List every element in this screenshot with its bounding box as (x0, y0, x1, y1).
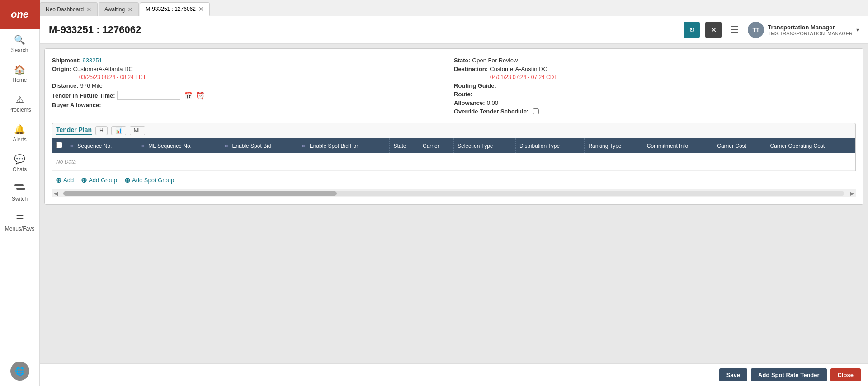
tab-neo-dashboard[interactable]: Neo Dashboard ✕ (40, 2, 98, 16)
tab-close-neo-dashboard[interactable]: ✕ (86, 6, 92, 13)
shipment-row: Shipment: 933251 (52, 56, 454, 65)
tab-label-awaiting: Awaiting (104, 6, 125, 13)
th-seq-no: ✏ Sequence No. (66, 138, 137, 153)
th-commitment-info: Commitment Info (643, 138, 713, 153)
page-title: M-933251 : 1276062 (49, 24, 678, 36)
sidebar-label-search: Search (11, 47, 28, 53)
scroll-right-arrow[interactable]: ▶ (850, 190, 854, 197)
edit-icon-ml: ✏ (141, 143, 145, 149)
calendar-icon[interactable]: 📅 (184, 91, 193, 100)
shipment-info: Shipment: 933251 Origin: CustomerA-Atlan… (52, 56, 856, 116)
tender-plan-title: Tender Plan (56, 126, 92, 135)
close-header-button[interactable]: ✕ (705, 22, 722, 38)
tab-label-neo-dashboard: Neo Dashboard (46, 6, 84, 13)
add-group-link[interactable]: ⊕ Add Group (81, 176, 117, 184)
table-body: No Data (52, 153, 855, 171)
allowance-label: Allowance: (454, 99, 485, 106)
user-dropdown-arrow[interactable]: ▾ (856, 27, 859, 33)
content-area: Shipment: 933251 Origin: CustomerA-Atlan… (40, 44, 868, 363)
tab-shipment[interactable]: M-933251 : 1276062 ✕ (140, 2, 210, 16)
edit-icon-esbf: ✏ (302, 143, 306, 149)
shipment-value[interactable]: 933251 (83, 57, 102, 64)
sidebar: one 🔍 Search 🏠 Home ⚠ Problems 🔔 Alerts … (0, 0, 40, 386)
sidebar-item-problems[interactable]: ⚠ Problems (0, 89, 39, 118)
tab-close-awaiting[interactable]: ✕ (127, 6, 133, 13)
th-distribution-type: Distribution Type (516, 138, 585, 153)
sidebar-item-menus[interactable]: ☰ Menus/Favs (0, 207, 39, 237)
origin-row: Origin: CustomerA-Atlanta DC (52, 65, 454, 73)
logo[interactable]: one (0, 0, 40, 29)
destination-row: Destination: CustomerA-Austin DC (454, 65, 856, 73)
add-spot-rate-button[interactable]: Add Spot Rate Tender (751, 368, 827, 381)
bell-icon: 🔔 (14, 124, 25, 135)
svg-rect-0 (14, 184, 24, 186)
avatar-globe-icon: 🌐 (15, 366, 25, 376)
sidebar-item-search[interactable]: 🔍 Search (0, 29, 39, 59)
tender-tab-chart[interactable]: 📊 (111, 126, 126, 135)
sidebar-item-alerts[interactable]: 🔔 Alerts (0, 118, 39, 148)
tender-future-input[interactable] (117, 91, 180, 100)
sidebar-item-switch[interactable]: Switch (0, 178, 39, 207)
buyer-allowance-label: Buyer Allowance: (52, 102, 101, 108)
refresh-icon: ↻ (689, 26, 695, 34)
tender-plan-header: Tender Plan H 📊 ML (52, 123, 856, 138)
chat-icon: 💬 (14, 154, 25, 165)
user-info[interactable]: TT Transportation Manager TMS.TRANSPORTA… (748, 22, 859, 38)
tender-table: ✏ Sequence No. ✏ ML Sequence No. ✏ Enabl… (52, 138, 855, 171)
home-icon: 🏠 (14, 64, 25, 75)
origin-label: Origin: (52, 66, 71, 72)
route-row: Route: (454, 90, 856, 99)
close-x-icon: ✕ (711, 26, 717, 34)
refresh-button[interactable]: ↻ (684, 22, 700, 38)
th-enable-spot-bid-for: ✏ Enable Spot Bid For (298, 138, 390, 153)
user-name: Transportation Manager (768, 24, 853, 31)
route-label: Route: (454, 91, 472, 98)
user-avatar-small[interactable]: 🌐 (10, 362, 29, 381)
override-checkbox[interactable] (533, 108, 539, 114)
th-selection-type: Selection Type (454, 138, 516, 153)
clock-icon[interactable]: ⏰ (196, 91, 205, 100)
sidebar-label-menus: Menus/Favs (5, 226, 34, 232)
edit-icon-esb: ✏ (225, 143, 229, 149)
scroll-track[interactable] (63, 191, 844, 196)
chart-icon: 📊 (115, 127, 122, 134)
destination-label: Destination: (454, 66, 488, 72)
switch-icon (14, 184, 25, 194)
tab-bar: Neo Dashboard ✕ Awaiting ✕ M-933251 : 12… (40, 0, 868, 16)
state-label: State: (454, 57, 470, 64)
buyer-allowance-row: Buyer Allowance: (52, 101, 454, 109)
tab-close-shipment[interactable]: ✕ (198, 6, 204, 12)
save-button[interactable]: Save (719, 368, 747, 381)
override-row: Override Tender Schedule: (454, 107, 856, 116)
scroll-left-arrow[interactable]: ◀ (54, 190, 58, 197)
add-link[interactable]: ⊕ Add (56, 176, 74, 184)
tab-label-shipment: M-933251 : 1276062 (146, 6, 196, 12)
distance-label: Distance: (52, 82, 79, 89)
tender-tab-h[interactable]: H (95, 126, 108, 135)
sidebar-item-home[interactable]: 🏠 Home (0, 59, 39, 89)
main-area: Neo Dashboard ✕ Awaiting ✕ M-933251 : 12… (40, 0, 868, 386)
add-spot-group-link[interactable]: ⊕ Add Spot Group (124, 176, 174, 184)
close-button[interactable]: Close (830, 368, 861, 381)
hamburger-button[interactable]: ☰ (727, 23, 742, 37)
tender-tab-ml[interactable]: ML (130, 126, 146, 135)
override-label: Override Tender Schedule: (454, 108, 528, 115)
tender-future-label: Tender In Future Time: (52, 92, 115, 99)
th-enable-spot-bid: ✏ Enable Spot Bid (221, 138, 298, 153)
state-value: Open For Review (472, 57, 518, 64)
sidebar-label-home: Home (12, 77, 27, 83)
th-carrier-op-cost: Carrier Operating Cost (766, 138, 855, 153)
add-group-plus-icon: ⊕ (81, 176, 87, 184)
th-carrier-cost: Carrier Cost (713, 138, 766, 153)
footer-bar: Save Add Spot Rate Tender Close (40, 363, 868, 386)
hamburger-icon: ☰ (731, 25, 739, 35)
sidebar-item-chats[interactable]: 💬 Chats (0, 148, 39, 178)
dest-date: 04/01/23 07:24 - 07:24 CDT (490, 74, 557, 80)
tab-awaiting[interactable]: Awaiting ✕ (99, 2, 139, 16)
th-ranking-type: Ranking Type (585, 138, 643, 153)
origin-date: 03/25/23 08:24 - 08:24 EDT (79, 74, 146, 80)
no-data-row: No Data (52, 153, 855, 171)
select-all-checkbox[interactable] (56, 142, 62, 148)
avatar: TT (748, 22, 764, 38)
destination-value: CustomerA-Austin DC (490, 66, 547, 72)
